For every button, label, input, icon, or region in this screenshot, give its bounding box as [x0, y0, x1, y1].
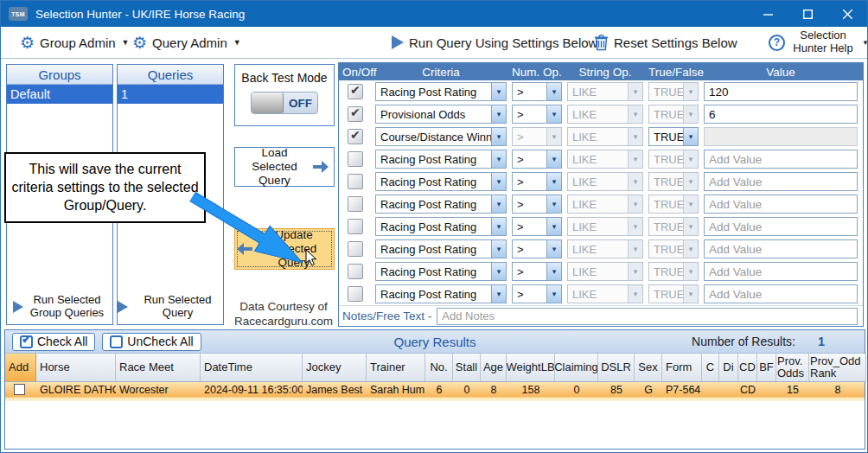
results-col-race-meet[interactable]: Race Meet	[116, 354, 201, 382]
result-cell-bf	[757, 382, 776, 397]
criteria-row-3-stringop-select: LIKE▾	[567, 127, 643, 146]
criteria-row-7-numop-select[interactable]: >▾	[512, 217, 562, 236]
group-admin-menu[interactable]: ⚙ Group Admin ▼	[20, 27, 130, 58]
criteria-row-9-truefalse-select: TRUE▾	[648, 262, 699, 281]
criteria-row-9-value-input[interactable]	[704, 262, 858, 281]
criteria-row-2-numop-select[interactable]: >▾	[512, 105, 562, 124]
criteria-row-9-numop-select[interactable]: >▾	[512, 262, 562, 281]
criteria-row-4-value-input[interactable]	[704, 150, 858, 169]
run-selected-group-queries-button[interactable]: Run Selected Group Queries	[7, 294, 112, 320]
criteria-row-10-numop-select[interactable]: >▾	[512, 284, 562, 303]
criteria-row-3-criteria-select[interactable]: Course/Distance Winner▾	[375, 127, 507, 146]
criteria-row-10-checkbox[interactable]	[348, 286, 363, 302]
results-col-dslr[interactable]: DSLR	[598, 354, 635, 382]
results-col-sex[interactable]: Sex	[635, 354, 662, 382]
results-col-no[interactable]: No.	[425, 354, 453, 382]
criteria-row-5-numop-select[interactable]: >▾	[512, 172, 562, 191]
criteria-row-6-checkbox[interactable]	[348, 196, 363, 212]
criteria-row-8-truefalse-select: TRUE▾	[648, 239, 699, 258]
results-col-prov-odds[interactable]: Prov. Odds	[776, 354, 809, 382]
criteria-row-6-value-input[interactable]	[704, 195, 858, 214]
criteria-row-7-checkbox[interactable]	[348, 219, 363, 234]
criteria-row-2-criteria-select[interactable]: Provisional Odds▾	[375, 105, 507, 124]
chevron-down-icon: ▾	[491, 285, 506, 303]
criteria-row-6-numop-select[interactable]: >▾	[512, 195, 562, 214]
results-col-di[interactable]: Di	[719, 354, 738, 382]
criteria-row-8-value-input[interactable]	[704, 239, 858, 258]
results-header-row: AddHorseRace MeetDateTimeJockeyTrainerNo…	[5, 354, 865, 382]
notes-input[interactable]	[437, 308, 858, 325]
criteria-row-4-criteria-select[interactable]: Racing Post Rating▾	[375, 150, 507, 169]
results-col-trainer[interactable]: Trainer	[367, 354, 425, 382]
criteria-row-1-checkbox[interactable]: ✔	[348, 84, 363, 99]
results-col-form[interactable]: Form	[662, 354, 702, 382]
uncheck-all-button[interactable]: UnCheck All	[102, 333, 201, 351]
criteria-row-8-checkbox[interactable]	[348, 241, 363, 257]
criteria-row-3-checkbox[interactable]: ✔	[348, 129, 363, 144]
results-col-add[interactable]: Add	[5, 354, 36, 382]
query-list-item-1[interactable]: 1	[118, 85, 223, 104]
query-admin-label: Query Admin	[152, 35, 227, 50]
results-col-claiming[interactable]: Claiming	[555, 354, 598, 382]
help-menu[interactable]: ? Selection Hunter Help ▼	[769, 27, 868, 58]
criteria-row-4-truefalse-select: TRUE▾	[648, 150, 699, 169]
arrow-right-icon	[313, 160, 329, 174]
results-col-datetime[interactable]: DateTime	[201, 354, 303, 382]
tooltip-callout: This will save the current criteria sett…	[4, 152, 206, 223]
criteria-row-4-numop-select[interactable]: >▾	[512, 150, 562, 169]
maximize-button[interactable]	[788, 1, 827, 27]
criteria-row-5-value-input[interactable]	[704, 172, 858, 191]
result-row-1[interactable]: GLOIRE DATHONWorcester2024-09-11 16:35:0…	[5, 382, 865, 398]
criteria-row-1-value-input[interactable]	[704, 82, 858, 101]
chevron-down-icon: ▾	[546, 128, 561, 145]
criteria-row-5-checkbox[interactable]	[348, 174, 363, 189]
criteria-row-10-criteria-select[interactable]: Racing Post Rating▾	[375, 284, 507, 303]
results-col-bf[interactable]: BF	[757, 354, 776, 382]
run-selected-query-button[interactable]: Run Selected Query	[118, 294, 223, 320]
criteria-row-7-value-input[interactable]	[704, 217, 858, 236]
results-col-age[interactable]: Age	[481, 354, 507, 382]
criteria-row-4-checkbox[interactable]	[348, 151, 363, 167]
criteria-row-3: ✔Course/Distance Winner▾>▾LIKE▾TRUE▾	[339, 125, 863, 148]
chevron-down-icon: ▾	[683, 173, 698, 190]
criteria-row-10-value-input[interactable]	[704, 284, 858, 303]
results-col-prov-odd-rank[interactable]: Prov_Odd Rank	[809, 354, 866, 382]
check-all-label: Check All	[37, 335, 87, 348]
criteria-row-5-criteria-select[interactable]: Racing Post Rating▾	[375, 172, 507, 191]
criteria-row-1-criteria-select[interactable]: Racing Post Rating▾	[375, 82, 507, 101]
results-col-c[interactable]: C	[702, 354, 719, 382]
chevron-down-icon: ▾	[491, 83, 506, 100]
close-button[interactable]	[827, 1, 867, 27]
results-col-cd[interactable]: CD	[738, 354, 757, 382]
result-row-checkbox[interactable]	[14, 384, 25, 395]
chevron-down-icon: ▾	[683, 218, 698, 235]
results-toolbar: Query Results ✔ Check All UnCheck All Nu…	[5, 330, 865, 354]
criteria-row-2-checkbox[interactable]: ✔	[348, 106, 363, 122]
reset-settings-button[interactable]: Reset Settings Below	[594, 27, 737, 58]
query-admin-menu[interactable]: ⚙ Query Admin ▼	[132, 27, 241, 58]
criteria-row-1-numop-select[interactable]: >▾	[512, 82, 562, 101]
back-test-toggle[interactable]: OFF	[251, 92, 318, 114]
chevron-down-icon: ▾	[491, 105, 506, 123]
load-selected-query-button[interactable]: Load Selected Query	[234, 147, 335, 187]
results-col-stall[interactable]: Stall	[453, 354, 481, 382]
group-list-item-default[interactable]: Default	[7, 85, 112, 104]
criteria-row-8-numop-select[interactable]: >▾	[512, 239, 562, 258]
results-col-horse[interactable]: Horse	[36, 354, 116, 382]
run-query-button[interactable]: Run Query Using Settings Below	[392, 27, 597, 58]
criteria-row-6-criteria-select[interactable]: Racing Post Rating▾	[375, 195, 507, 214]
criteria-row-10: Racing Post Rating▾>▾LIKE▾TRUE▾	[339, 283, 863, 305]
criteria-row-2-value-input[interactable]	[704, 105, 858, 124]
criteria-row-9-checkbox[interactable]	[348, 264, 363, 279]
criteria-row-8-criteria-select[interactable]: Racing Post Rating▾	[375, 239, 507, 258]
result-cell-sex: G	[635, 382, 662, 397]
criteria-row-7-criteria-select[interactable]: Racing Post Rating▾	[375, 217, 507, 236]
result-cell-datetime: 2024-09-11 16:35:00	[201, 382, 303, 397]
criteria-row-9-criteria-select[interactable]: Racing Post Rating▾	[375, 262, 507, 281]
results-rows: GLOIRE DATHONWorcester2024-09-11 16:35:0…	[5, 382, 865, 398]
results-col-weightlb[interactable]: WeightLB	[507, 354, 555, 382]
results-col-jockey[interactable]: Jockey	[303, 354, 367, 382]
check-all-button[interactable]: ✔ Check All	[12, 333, 95, 351]
minimize-button[interactable]	[748, 1, 788, 27]
criteria-row-3-truefalse-select[interactable]: TRUE▾	[648, 127, 699, 146]
